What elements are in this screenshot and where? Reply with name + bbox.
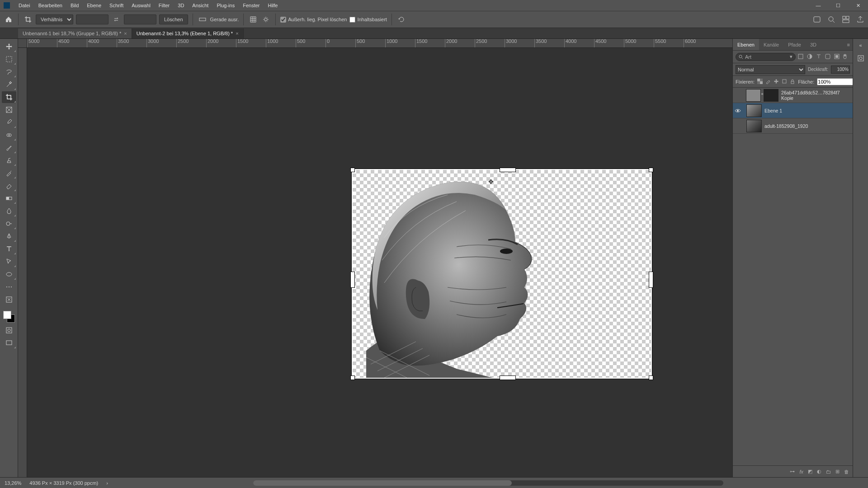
ruler-origin[interactable] (18, 39, 27, 48)
eraser-tool[interactable] (2, 180, 16, 192)
frame-tool[interactable] (2, 104, 16, 116)
layer-mask-thumbnail[interactable] (764, 89, 778, 102)
layer-thumbnail[interactable] (746, 104, 762, 117)
crop-height-field[interactable] (124, 14, 156, 24)
properties-panel-icon[interactable] (857, 54, 865, 62)
home-icon[interactable] (4, 14, 14, 24)
pen-tool[interactable] (2, 230, 16, 242)
tab-paths[interactable]: Pfade (783, 39, 806, 50)
search-icon[interactable] (827, 15, 835, 23)
layer-thumbnail[interactable] (746, 120, 762, 132)
horizontal-scrollbar[interactable] (253, 480, 723, 486)
filter-adjust-icon[interactable] (807, 53, 814, 61)
layer-name[interactable]: Ebene 1 (764, 108, 782, 113)
overlay-grid-icon[interactable] (248, 14, 258, 24)
blur-tool[interactable] (2, 205, 16, 217)
viewport[interactable]: ✥ (27, 48, 732, 477)
layer-mask-icon[interactable]: ◩ (808, 469, 812, 474)
share-icon[interactable] (856, 15, 864, 23)
filter-smart-icon[interactable] (834, 53, 841, 61)
reset-crop-icon[interactable] (396, 14, 406, 24)
filter-toggle[interactable] (843, 53, 850, 61)
panel-menu-icon[interactable]: ≡ (844, 42, 853, 47)
lasso-tool[interactable] (2, 66, 16, 78)
menu-type[interactable]: Schrift (105, 3, 127, 8)
new-layer-icon[interactable]: ⊞ (835, 469, 840, 474)
crop-tool-icon[interactable] (23, 14, 33, 24)
ruler-horizontal[interactable]: 5000450040003500300025002000150010005000… (27, 39, 732, 48)
filter-pixel-icon[interactable] (797, 53, 805, 61)
lock-all-icon[interactable] (790, 79, 795, 85)
tab-channels[interactable]: Kanäle (759, 39, 783, 50)
history-brush-tool[interactable] (2, 167, 16, 179)
menu-window[interactable]: Fenster (239, 3, 264, 8)
info-chevron-icon[interactable]: › (106, 480, 108, 486)
eyedropper-tool[interactable] (2, 117, 16, 128)
crop-ratio-select[interactable]: Verhältnis (36, 14, 73, 24)
delete-layer-icon[interactable]: 🗑 (844, 469, 849, 474)
layer-thumbnail[interactable] (746, 89, 761, 102)
layer-group-icon[interactable]: 🗀 (826, 469, 831, 474)
swap-dimensions-icon[interactable] (111, 14, 121, 24)
cloud-docs-icon[interactable] (813, 15, 821, 23)
window-minimize-button[interactable]: — (808, 0, 828, 11)
link-layers-icon[interactable]: ⊶ (790, 469, 795, 474)
brush-tool[interactable] (2, 142, 16, 154)
adjustment-layer-icon[interactable]: ◐ (817, 469, 821, 474)
expand-panels-icon[interactable]: « (859, 42, 862, 48)
menu-help[interactable]: Hilfe (264, 3, 282, 8)
crop-tool[interactable] (2, 91, 16, 103)
menu-select[interactable]: Auswahl (127, 3, 155, 8)
layer-visibility-toggle[interactable] (735, 108, 744, 113)
screen-mode-tool[interactable] (2, 337, 16, 349)
lock-artboard-icon[interactable] (782, 79, 787, 85)
quick-mask-tool[interactable] (2, 324, 16, 336)
marquee-tool[interactable] (2, 53, 16, 65)
edit-toolbar[interactable] (2, 294, 16, 305)
menu-view[interactable]: Ansicht (188, 3, 212, 8)
document-canvas[interactable]: ✥ (353, 170, 651, 378)
ruler-vertical[interactable] (18, 48, 27, 477)
clear-button[interactable]: Löschen (159, 14, 188, 24)
crop-settings-icon[interactable] (261, 14, 271, 24)
document-tab[interactable]: Unbenannt-2 bei 13,3% (Ebene 1, RGB/8) *… (132, 28, 244, 38)
menu-file[interactable]: Datei (14, 3, 34, 8)
color-swatches[interactable] (2, 310, 16, 324)
menu-image[interactable]: Bild (66, 3, 83, 8)
blend-mode-select[interactable]: Normal (736, 65, 805, 74)
path-selection-tool[interactable] (2, 256, 16, 267)
type-tool[interactable] (2, 243, 16, 255)
menu-edit[interactable]: Bearbeiten (34, 3, 66, 8)
layer-filter-search[interactable]: Art ▾ (736, 53, 796, 61)
tab-layers[interactable]: Ebenen (733, 39, 759, 50)
shape-tool[interactable] (2, 268, 16, 280)
zoom-level[interactable]: 13,26% (5, 480, 21, 486)
content-aware-checkbox[interactable]: Inhaltsbasiert (349, 17, 387, 23)
healing-brush-tool[interactable] (2, 129, 16, 141)
dodge-tool[interactable] (2, 218, 16, 230)
layer-name[interactable]: adult-1852908_1920 (764, 123, 808, 129)
layer-row[interactable]: Ebene 1 (733, 103, 853, 118)
crop-width-field[interactable] (76, 14, 108, 24)
menu-3d[interactable]: 3D (174, 3, 188, 8)
gradient-tool[interactable] (2, 192, 16, 204)
window-close-button[interactable]: ✕ (848, 0, 868, 11)
document-info[interactable]: 4936 Px × 3319 Px (300 ppcm) (29, 480, 98, 486)
layer-row[interactable]: adult-1852908_1920 (733, 118, 853, 134)
straighten-icon[interactable] (198, 14, 208, 24)
clone-stamp-tool[interactable] (2, 155, 16, 166)
lock-pixels-icon[interactable] (765, 79, 771, 85)
close-tab-icon[interactable]: × (124, 31, 127, 36)
filter-shape-icon[interactable] (825, 53, 832, 61)
more-tools[interactable] (2, 281, 16, 293)
menu-plugins[interactable]: Plug-ins (212, 3, 239, 8)
document-tab[interactable]: Unbenannt-1 bei 18,7% (Gruppe 1, RGB/8) … (18, 28, 132, 38)
window-maximize-button[interactable]: ☐ (828, 0, 848, 11)
layer-fx-icon[interactable]: fx (799, 469, 803, 474)
lock-position-icon[interactable] (774, 79, 779, 85)
close-tab-icon[interactable]: × (236, 31, 238, 36)
opacity-field[interactable] (831, 66, 850, 74)
delete-cropped-checkbox[interactable]: Außerh. lieg. Pixel löschen (280, 17, 347, 23)
filter-type-icon[interactable] (816, 53, 823, 61)
menu-layer[interactable]: Ebene (83, 3, 105, 8)
